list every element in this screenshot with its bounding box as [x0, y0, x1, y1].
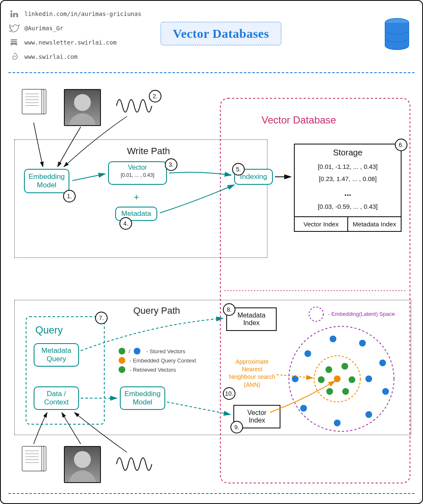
vector-example: [0.01, ... , 0.43]	[109, 172, 166, 178]
metadata-query-box: Metadata Query	[34, 343, 79, 367]
svg-point-18	[382, 388, 389, 395]
database-icon	[384, 18, 410, 51]
step-2-badge: 2.	[149, 90, 161, 102]
twitter-link[interactable]: @Aurimas_Gr	[8, 23, 141, 34]
divider-bottom	[8, 493, 415, 494]
svg-point-16	[359, 340, 366, 346]
substack-icon	[8, 37, 19, 48]
embedding-model-query-box: Embedding Model	[120, 386, 165, 410]
input-image-icon-bottom	[64, 446, 101, 483]
input-audio-icon-bottom	[114, 454, 148, 470]
write-path-label: Write Path	[127, 146, 170, 157]
legend-stored: - Stored Vectors	[146, 348, 185, 354]
data-context-box: Data / Context	[34, 386, 79, 410]
plus-symbol: +	[134, 192, 139, 203]
vector-box: Vector [0.01, ... , 0.43]	[108, 161, 167, 185]
storage-block: Storage [0.01, -1.12, ... , 0.43] [0.23,…	[294, 144, 402, 232]
svg-point-5	[289, 326, 394, 431]
write-path-box	[14, 139, 267, 258]
vector-label: Vector	[109, 164, 166, 171]
latent-space-label: - Embedding(Latent) Space	[328, 311, 395, 317]
step-6-badge: 6.	[395, 139, 407, 151]
svg-point-15	[330, 336, 336, 342]
linkedin-text: linkedin.com/in/aurimas-griciunas	[24, 10, 141, 17]
legend-dot-green	[119, 348, 125, 354]
site-link[interactable]: www.swirlai.com	[8, 51, 141, 62]
step-5-badge: 5.	[232, 163, 245, 176]
divider-top	[8, 72, 415, 73]
storage-vector-index: Vector Index	[295, 217, 348, 231]
storage-title: Storage	[295, 144, 401, 159]
legend-dot-green2	[119, 366, 125, 373]
storage-metadata-index: Metadata Index	[348, 217, 401, 231]
step-4-badge: 4.	[119, 217, 132, 230]
input-audio-icon	[114, 95, 148, 112]
storage-rows: [0.01, -1.12, ... , 0.43] [0.23, 1.47, .…	[295, 159, 401, 216]
svg-point-21	[300, 405, 307, 412]
twitter-text: @Aurimas_Gr	[24, 25, 63, 32]
embedding-space	[278, 324, 404, 433]
input-image-icon	[64, 89, 101, 126]
svg-point-14	[304, 350, 311, 357]
page-title-text: Vector Databases	[173, 26, 269, 40]
swirl-icon	[8, 51, 19, 62]
step-1-badge: 1.	[63, 190, 76, 202]
twitter-icon	[8, 23, 19, 34]
svg-point-23	[365, 375, 372, 382]
step-9-badge: 9.	[230, 421, 243, 433]
svg-point-22	[292, 375, 299, 382]
latent-space-legend-circle	[308, 306, 325, 323]
site-text: www.swirlai.com	[24, 53, 77, 60]
svg-point-12	[326, 388, 333, 395]
input-documents-icon	[22, 89, 46, 118]
svg-point-10	[349, 376, 355, 383]
newsletter-link[interactable]: www.newsletter.swirlai.com	[8, 37, 141, 48]
input-documents-icon-bottom	[22, 446, 46, 475]
legend-embedded: - Embedded Query Context	[130, 357, 196, 364]
legend-dot-orange	[119, 357, 125, 364]
legend: / - Stored Vectors - Embedded Query Cont…	[119, 345, 215, 375]
svg-point-11	[342, 388, 349, 395]
social-links: linkedin.com/in/aurimas-griciunas @Aurim…	[8, 8, 141, 62]
legend-retrieved: - Retrieved Vectors	[130, 367, 176, 373]
legend-dot-blue	[134, 348, 140, 354]
embedding-model-box: Embedding Model	[24, 169, 69, 193]
svg-point-17	[379, 360, 386, 366]
query-path-label: Query Path	[133, 305, 180, 316]
linkedin-link[interactable]: linkedin.com/in/aurimas-griciunas	[8, 8, 141, 19]
query-header: Query	[35, 324, 63, 336]
step-7-badge: 7.	[95, 312, 108, 324]
svg-point-13	[318, 376, 325, 383]
svg-point-9	[341, 363, 348, 370]
svg-point-4	[309, 307, 323, 321]
svg-point-7	[334, 375, 341, 382]
step-3-badge: 3.	[165, 158, 177, 171]
page-title: Vector Databases	[161, 22, 281, 45]
svg-point-20	[334, 420, 341, 426]
newsletter-text: www.newsletter.swirlai.com	[24, 39, 116, 46]
svg-point-8	[325, 366, 332, 373]
step-10-badge: 10.	[223, 387, 235, 400]
diagram-canvas: linkedin.com/in/aurimas-griciunas @Aurim…	[0, 0, 423, 504]
vector-database-label: Vector Database	[262, 114, 336, 126]
step-8-badge: 8.	[223, 303, 235, 316]
linkedin-icon	[8, 8, 19, 19]
svg-point-19	[365, 411, 372, 418]
ann-label: Approximate Nearest Neighbour search (AN…	[228, 358, 276, 388]
